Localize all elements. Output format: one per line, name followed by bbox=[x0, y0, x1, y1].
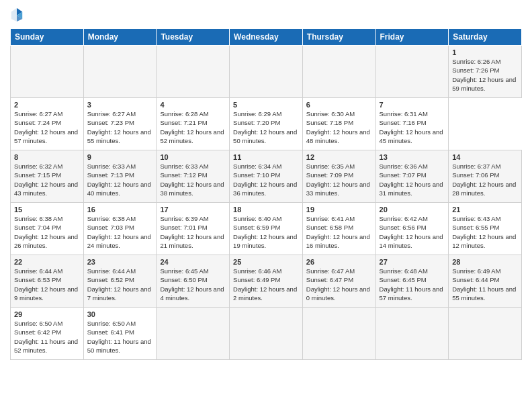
day-number: 13 bbox=[380, 153, 445, 161]
calendar-cell bbox=[11, 46, 84, 98]
weekday-header-wednesday: Wednesday bbox=[230, 29, 303, 46]
day-info: Sunrise: 6:29 AMSunset: 7:20 PMDaylight:… bbox=[233, 109, 299, 145]
day-info: Sunrise: 6:50 AMSunset: 6:42 PMDaylight:… bbox=[14, 319, 80, 355]
calendar-cell: 1Sunrise: 6:26 AMSunset: 7:26 PMDaylight… bbox=[449, 46, 522, 98]
day-info: Sunrise: 6:33 AMSunset: 7:12 PMDaylight:… bbox=[160, 162, 226, 197]
calendar-cell bbox=[83, 46, 157, 98]
calendar-cell: 11Sunrise: 6:34 AMSunset: 7:10 PMDayligh… bbox=[230, 150, 303, 203]
day-info: Sunrise: 6:34 AMSunset: 7:10 PMDaylight:… bbox=[233, 162, 299, 197]
calendar-cell bbox=[157, 308, 230, 360]
calendar-cell: 17Sunrise: 6:39 AMSunset: 7:01 PMDayligh… bbox=[157, 203, 230, 255]
day-number: 24 bbox=[160, 258, 226, 266]
weekday-header-sunday: Sunday bbox=[11, 29, 84, 46]
weekday-header-tuesday: Tuesday bbox=[157, 29, 230, 46]
day-number: 14 bbox=[452, 153, 518, 161]
week-row-2: 2Sunrise: 6:27 AMSunset: 7:24 PMDaylight… bbox=[11, 98, 522, 150]
day-number: 2 bbox=[14, 101, 80, 109]
weekday-header-saturday: Saturday bbox=[449, 29, 522, 46]
calendar-cell: 13Sunrise: 6:36 AMSunset: 7:07 PMDayligh… bbox=[375, 150, 449, 203]
calendar-cell: 29Sunrise: 6:50 AMSunset: 6:42 PMDayligh… bbox=[11, 308, 84, 360]
day-number: 3 bbox=[87, 101, 153, 109]
day-info: Sunrise: 6:39 AMSunset: 7:01 PMDaylight:… bbox=[160, 214, 226, 250]
calendar-cell: 4Sunrise: 6:28 AMSunset: 7:21 PMDaylight… bbox=[157, 98, 230, 150]
calendar-cell: 23Sunrise: 6:44 AMSunset: 6:52 PMDayligh… bbox=[83, 255, 157, 308]
calendar-cell: 21Sunrise: 6:43 AMSunset: 6:55 PMDayligh… bbox=[449, 203, 522, 255]
calendar-table: SundayMondayTuesdayWednesdayThursdayFrid… bbox=[10, 28, 522, 360]
calendar-cell: 26Sunrise: 6:47 AMSunset: 6:47 PMDayligh… bbox=[302, 255, 375, 308]
week-row-5: 22Sunrise: 6:44 AMSunset: 6:53 PMDayligh… bbox=[11, 255, 522, 308]
day-number: 30 bbox=[87, 310, 153, 318]
day-info: Sunrise: 6:37 AMSunset: 7:06 PMDaylight:… bbox=[452, 162, 518, 197]
day-info: Sunrise: 6:49 AMSunset: 6:44 PMDaylight:… bbox=[452, 267, 518, 302]
calendar-cell: 27Sunrise: 6:48 AMSunset: 6:45 PMDayligh… bbox=[375, 255, 449, 308]
week-row-3: 8Sunrise: 6:32 AMSunset: 7:15 PMDaylight… bbox=[11, 150, 522, 203]
day-number: 25 bbox=[233, 258, 299, 266]
day-number: 16 bbox=[87, 205, 153, 214]
calendar-cell: 12Sunrise: 6:35 AMSunset: 7:09 PMDayligh… bbox=[302, 150, 375, 203]
calendar-cell: 5Sunrise: 6:29 AMSunset: 7:20 PMDaylight… bbox=[230, 98, 303, 150]
day-number: 4 bbox=[160, 101, 226, 109]
calendar-cell: 28Sunrise: 6:49 AMSunset: 6:44 PMDayligh… bbox=[449, 255, 522, 308]
day-info: Sunrise: 6:44 AMSunset: 6:53 PMDaylight:… bbox=[14, 267, 80, 302]
day-number: 11 bbox=[233, 153, 299, 161]
week-row-6: 29Sunrise: 6:50 AMSunset: 6:42 PMDayligh… bbox=[11, 308, 522, 360]
calendar-cell bbox=[302, 46, 375, 98]
calendar-cell bbox=[375, 308, 449, 360]
day-number: 6 bbox=[306, 101, 372, 109]
day-info: Sunrise: 6:47 AMSunset: 6:47 PMDaylight:… bbox=[306, 267, 372, 302]
day-info: Sunrise: 6:26 AMSunset: 7:26 PMDaylight:… bbox=[452, 57, 518, 93]
calendar-cell: 3Sunrise: 6:27 AMSunset: 7:23 PMDaylight… bbox=[83, 98, 157, 150]
calendar-cell bbox=[230, 46, 303, 98]
day-info: Sunrise: 6:27 AMSunset: 7:23 PMDaylight:… bbox=[87, 109, 153, 145]
week-row-1: 1Sunrise: 6:26 AMSunset: 7:26 PMDaylight… bbox=[11, 46, 522, 98]
calendar-cell: 7Sunrise: 6:31 AMSunset: 7:16 PMDaylight… bbox=[375, 98, 449, 150]
day-info: Sunrise: 6:48 AMSunset: 6:45 PMDaylight:… bbox=[380, 267, 445, 302]
calendar-cell bbox=[230, 308, 303, 360]
calendar-cell: 24Sunrise: 6:45 AMSunset: 6:50 PMDayligh… bbox=[157, 255, 230, 308]
day-number: 7 bbox=[380, 101, 445, 109]
day-info: Sunrise: 6:42 AMSunset: 6:56 PMDaylight:… bbox=[380, 214, 445, 250]
day-info: Sunrise: 6:45 AMSunset: 6:50 PMDaylight:… bbox=[160, 267, 226, 302]
day-number: 29 bbox=[14, 310, 80, 318]
day-info: Sunrise: 6:32 AMSunset: 7:15 PMDaylight:… bbox=[14, 162, 80, 197]
day-info: Sunrise: 6:33 AMSunset: 7:13 PMDaylight:… bbox=[87, 162, 153, 197]
day-number: 15 bbox=[14, 205, 80, 214]
day-number: 21 bbox=[452, 205, 518, 214]
day-info: Sunrise: 6:40 AMSunset: 6:59 PMDaylight:… bbox=[233, 214, 299, 250]
day-info: Sunrise: 6:46 AMSunset: 6:49 PMDaylight:… bbox=[233, 267, 299, 302]
week-row-4: 15Sunrise: 6:38 AMSunset: 7:04 PMDayligh… bbox=[11, 203, 522, 255]
weekday-header-row: SundayMondayTuesdayWednesdayThursdayFrid… bbox=[11, 29, 522, 46]
day-info: Sunrise: 6:50 AMSunset: 6:41 PMDaylight:… bbox=[87, 319, 153, 355]
calendar-cell: 20Sunrise: 6:42 AMSunset: 6:56 PMDayligh… bbox=[375, 203, 449, 255]
day-info: Sunrise: 6:41 AMSunset: 6:58 PMDaylight:… bbox=[306, 214, 372, 250]
day-number: 23 bbox=[87, 258, 153, 266]
calendar-cell: 14Sunrise: 6:37 AMSunset: 7:06 PMDayligh… bbox=[449, 150, 522, 203]
calendar-cell: 19Sunrise: 6:41 AMSunset: 6:58 PMDayligh… bbox=[302, 203, 375, 255]
calendar-cell: 9Sunrise: 6:33 AMSunset: 7:13 PMDaylight… bbox=[83, 150, 157, 203]
logo bbox=[10, 7, 25, 23]
day-info: Sunrise: 6:31 AMSunset: 7:16 PMDaylight:… bbox=[380, 109, 445, 145]
calendar-cell: 16Sunrise: 6:38 AMSunset: 7:03 PMDayligh… bbox=[83, 203, 157, 255]
calendar-cell: 6Sunrise: 6:30 AMSunset: 7:18 PMDaylight… bbox=[302, 98, 375, 150]
day-number: 26 bbox=[306, 258, 372, 266]
day-info: Sunrise: 6:36 AMSunset: 7:07 PMDaylight:… bbox=[380, 162, 445, 197]
calendar-cell: 10Sunrise: 6:33 AMSunset: 7:12 PMDayligh… bbox=[157, 150, 230, 203]
logo-icon bbox=[10, 7, 24, 23]
day-number: 1 bbox=[452, 48, 518, 56]
header bbox=[10, 7, 522, 23]
day-number: 17 bbox=[160, 205, 226, 214]
calendar-cell: 22Sunrise: 6:44 AMSunset: 6:53 PMDayligh… bbox=[11, 255, 84, 308]
day-info: Sunrise: 6:35 AMSunset: 7:09 PMDaylight:… bbox=[306, 162, 372, 197]
day-number: 12 bbox=[306, 153, 372, 161]
day-number: 28 bbox=[452, 258, 518, 266]
calendar-cell: 2Sunrise: 6:27 AMSunset: 7:24 PMDaylight… bbox=[11, 98, 84, 150]
calendar-cell: 25Sunrise: 6:46 AMSunset: 6:49 PMDayligh… bbox=[230, 255, 303, 308]
calendar-cell: 18Sunrise: 6:40 AMSunset: 6:59 PMDayligh… bbox=[230, 203, 303, 255]
calendar-cell bbox=[449, 308, 522, 360]
weekday-header-monday: Monday bbox=[83, 29, 157, 46]
calendar-container: SundayMondayTuesdayWednesdayThursdayFrid… bbox=[0, 0, 532, 367]
day-number: 20 bbox=[380, 205, 445, 214]
day-number: 5 bbox=[233, 101, 299, 109]
calendar-cell bbox=[302, 308, 375, 360]
day-number: 10 bbox=[160, 153, 226, 161]
